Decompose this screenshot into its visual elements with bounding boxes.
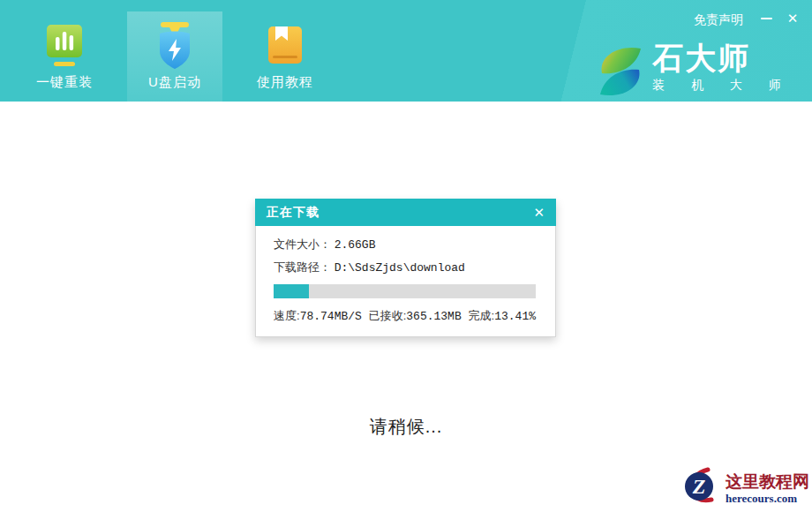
minimize-icon: [761, 18, 772, 19]
progress-bar: [274, 284, 536, 298]
disclaimer-link[interactable]: 免责声明: [694, 12, 743, 28]
speed-stat: 速度:78.74MB/S: [274, 308, 362, 324]
tab-tutorial[interactable]: 使用教程: [237, 11, 333, 102]
watermark-site-name: 这里教程网: [726, 472, 809, 492]
brand-name: 石大师: [652, 42, 793, 74]
tab-label: U盘启动: [148, 74, 201, 91]
please-wait-text: 请稍候...: [0, 415, 812, 439]
brand: 石大师 装 机 大 师: [598, 42, 793, 101]
tab-usb-boot[interactable]: U盘启动: [127, 11, 222, 102]
stats-row: 速度:78.74MB/S 已接收:365.13MB 完成:13.41%: [274, 308, 536, 324]
done-label: 完成:: [469, 309, 495, 322]
done-stat: 完成:13.41%: [469, 308, 536, 324]
download-path-row: 下载路径： D:\SdsZjds\download: [274, 260, 536, 275]
watermark: Z 这里教程网 herecours.com: [676, 466, 810, 510]
dialog-title: 正在下载: [267, 205, 533, 221]
speed-label: 速度:: [274, 309, 300, 322]
usb-boot-icon: [153, 23, 197, 69]
tab-label: 一键重装: [36, 74, 93, 91]
file-size-value: 2.66GB: [335, 238, 376, 252]
download-path-label: 下载路径：: [274, 260, 331, 274]
speed-value: 78.74MB/S: [300, 310, 362, 323]
download-path-value: D:\SdsZjds\download: [335, 261, 465, 275]
received-label: 已接收:: [369, 309, 407, 322]
app-window: 一键重装 U盘启动: [0, 0, 812, 512]
received-stat: 已接收:365.13MB: [369, 308, 462, 324]
close-button[interactable]: ✕: [782, 9, 803, 28]
tutorial-icon: [265, 23, 305, 69]
dialog-close-icon[interactable]: ✕: [533, 206, 545, 219]
minimize-button[interactable]: [756, 9, 777, 28]
watermark-site-url: herecours.com: [726, 492, 797, 505]
received-value: 365.13MB: [406, 310, 461, 323]
progress-fill: [274, 284, 309, 298]
header: 一键重装 U盘启动: [0, 0, 812, 102]
brand-subtitle: 装 机 大 师: [652, 78, 793, 94]
tab-one-key-reinstall[interactable]: 一键重装: [17, 11, 112, 102]
dialog-body: 文件大小： 2.66GB 下载路径： D:\SdsZjds\download 速…: [256, 226, 555, 336]
download-dialog: 正在下载 ✕ 文件大小： 2.66GB 下载路径： D:\SdsZjds\dow…: [255, 200, 556, 337]
watermark-logo-icon: Z: [676, 465, 722, 511]
done-value: 13.41%: [494, 310, 536, 323]
watermark-letter: Z: [692, 475, 706, 498]
file-size-label: 文件大小：: [274, 237, 331, 251]
dialog-titlebar: 正在下载 ✕: [255, 199, 556, 226]
brand-logo-icon: [598, 46, 643, 101]
tab-label: 使用教程: [257, 74, 313, 91]
reinstall-icon: [44, 23, 85, 69]
file-size-row: 文件大小： 2.66GB: [274, 237, 536, 252]
